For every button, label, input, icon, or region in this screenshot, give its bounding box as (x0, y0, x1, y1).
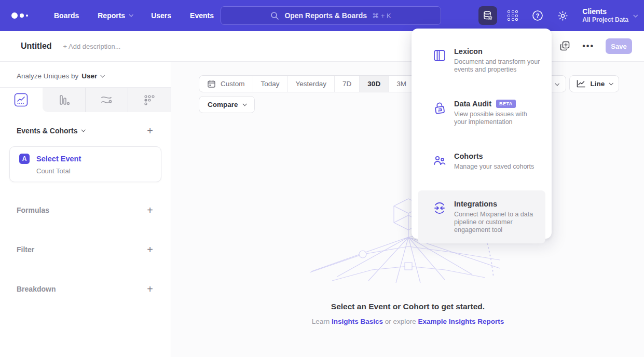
line-chart-icon (576, 79, 586, 88)
nav-boards-label: Boards (54, 11, 79, 20)
calendar-icon (207, 79, 216, 88)
mixpanel-logo[interactable] (11, 12, 35, 19)
primary-nav: Boards Reports Users Events (54, 11, 214, 20)
chevron-down-icon (555, 81, 559, 86)
chevron-down-icon (633, 13, 637, 17)
menu-item-data-audit[interactable]: Data Audit BETA View possible issues wit… (418, 93, 545, 132)
more-options-button[interactable]: ••• (582, 42, 594, 51)
add-filter-button[interactable]: + (147, 244, 153, 255)
event-card-top: A Select Event (19, 154, 161, 164)
analyze-value-dropdown[interactable]: User (81, 72, 104, 80)
select-event-label[interactable]: Select Event (36, 155, 81, 163)
chevron-down-icon (242, 102, 246, 106)
empty-state-headline: Select an Event or Cohort to get started… (172, 302, 644, 311)
chevron-down-icon (81, 128, 86, 132)
nav-reports[interactable]: Reports (98, 11, 132, 20)
learn-prefix: Learn (312, 318, 332, 325)
query-sidebar: Analyze Uniques by User (0, 62, 171, 357)
event-card[interactable]: A Select Event Count Total (9, 146, 161, 182)
lexicon-title: Lexicon (454, 47, 483, 56)
analyze-row: Analyze Uniques by User (0, 62, 171, 87)
analyze-value: User (81, 72, 97, 80)
database-gear-icon (482, 10, 494, 21)
menu-item-body: Data Audit BETA View possible issues wit… (454, 100, 540, 126)
report-header-actions: ••• Save (559, 38, 632, 54)
count-total-label[interactable]: Count Total (36, 167, 161, 175)
save-button[interactable]: Save (606, 38, 632, 54)
data-audit-lock-icon (431, 100, 448, 116)
apps-grid-button[interactable] (503, 6, 522, 25)
integrations-title: Integrations (454, 200, 497, 208)
breakdown-label: Breakdown (17, 285, 56, 293)
duplicate-icon[interactable] (559, 40, 571, 52)
analyze-prefix: Analyze Uniques by (17, 72, 78, 80)
chart-type-label: Line (591, 80, 605, 88)
chart-type-tabs (0, 87, 171, 112)
date-custom[interactable]: Custom (199, 76, 253, 92)
nav-events[interactable]: Events (190, 11, 214, 20)
filter-section: Filter + (0, 244, 171, 255)
events-cohorts-header[interactable]: Events & Cohorts (17, 127, 85, 135)
nav-users-label: Users (151, 11, 171, 20)
workspace-org: Clients (582, 7, 628, 16)
example-reports-link[interactable]: Example Insights Reports (418, 318, 504, 325)
nav-users[interactable]: Users (151, 11, 171, 20)
date-today[interactable]: Today (253, 76, 287, 92)
report-title[interactable]: Untitled (21, 42, 52, 51)
compare-button[interactable]: Compare (199, 96, 255, 113)
workspace-switcher[interactable]: Clients All Project Data (582, 7, 637, 24)
insights-basics-link[interactable]: Insights Basics (332, 318, 383, 325)
date-yesterday[interactable]: Yesterday (287, 76, 335, 92)
global-search-input[interactable]: Open Reports & Boards ⌘ + K (221, 6, 441, 25)
data-management-button[interactable] (478, 6, 497, 25)
nav-events-label: Events (190, 11, 214, 20)
data-audit-description: View possible issues with your implement… (454, 111, 540, 126)
breakdown-section: Breakdown + (0, 284, 171, 294)
tab-metrics-grid[interactable] (128, 88, 171, 112)
filter-label: Filter (17, 245, 34, 254)
search-shortcut: ⌘ + K (372, 12, 391, 20)
top-navbar: Boards Reports Users Events Open Reports… (0, 0, 644, 31)
menu-item-integrations[interactable]: Integrations Connect Mixpanel to a data … (418, 190, 545, 243)
integrations-description: Connect Mixpanel to a data pipeline or c… (454, 211, 540, 234)
events-cohorts-section: Events & Cohorts + (0, 126, 171, 136)
chevron-down-icon (609, 81, 613, 85)
lexicon-description: Document and transform your events and p… (454, 58, 540, 74)
nav-boards[interactable]: Boards (54, 11, 79, 20)
navbar-right: ? Clients All Project Data (478, 0, 637, 31)
chart-type-dropdown[interactable]: Line (569, 75, 619, 92)
lexicon-book-icon (432, 48, 447, 63)
add-breakdown-button[interactable]: + (147, 284, 153, 294)
grid-icon (508, 10, 518, 21)
date-range-control: Custom Today Yesterday 7D 30D 3M 6M (199, 75, 441, 92)
report-description-placeholder[interactable]: + Add description... (63, 43, 121, 50)
menu-item-body: Lexicon Document and transform your even… (454, 47, 540, 74)
menu-item-body: Cohorts Manage your saved cohorts (454, 152, 534, 171)
cohorts-description: Manage your saved cohorts (454, 163, 534, 171)
menu-item-cohorts[interactable]: Cohorts Manage your saved cohorts (418, 146, 545, 177)
main-content: Custom Today Yesterday 7D 30D 3M 6M Comp… (172, 62, 644, 357)
data-management-menu: Lexicon Document and transform your even… (412, 29, 552, 239)
help-button[interactable]: ? (528, 6, 547, 25)
formulas-label: Formulas (17, 206, 49, 214)
metrics-tab-icon (143, 93, 156, 107)
svg-text:?: ? (536, 12, 540, 19)
add-event-button[interactable]: + (147, 126, 153, 136)
formulas-section: Formulas + (0, 205, 171, 215)
date-30d-selected[interactable]: 30D (359, 76, 388, 92)
chevron-down-icon (129, 12, 133, 17)
tab-insights-line[interactable] (0, 88, 43, 112)
settings-button[interactable] (553, 6, 572, 25)
cohorts-people-icon (432, 153, 447, 168)
menu-item-lexicon[interactable]: Lexicon Document and transform your even… (418, 41, 545, 80)
add-formula-button[interactable]: + (147, 205, 153, 215)
tab-flow-chart[interactable] (85, 88, 128, 112)
menu-item-body: Integrations Connect Mixpanel to a data … (454, 200, 540, 234)
tab-bar-chart[interactable] (43, 88, 85, 112)
search-icon (270, 11, 279, 20)
empty-state-subtext: Learn Insights Basics or explore Example… (172, 318, 644, 325)
date-7d[interactable]: 7D (334, 76, 359, 92)
event-letter-badge: A (19, 154, 30, 164)
events-cohorts-label: Events & Cohorts (17, 127, 77, 135)
date-3m[interactable]: 3M (388, 76, 414, 92)
